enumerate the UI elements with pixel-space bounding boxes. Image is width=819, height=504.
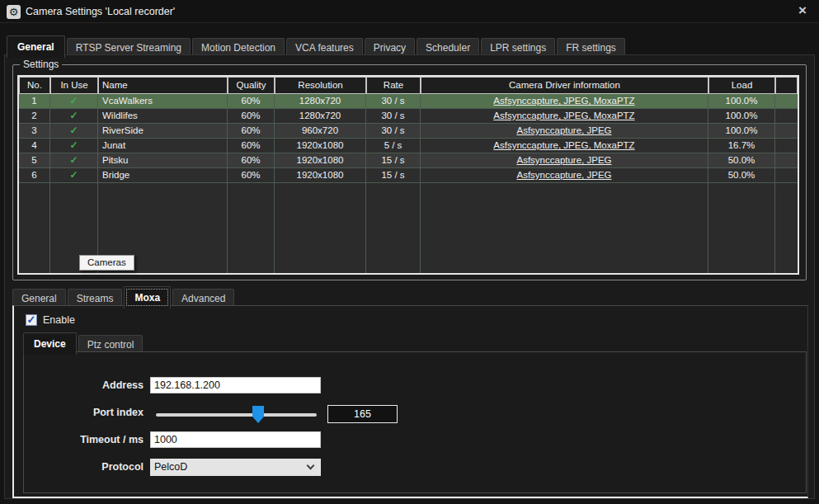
cell-load: 100.0% [708, 124, 775, 139]
cell-spacer [775, 94, 798, 109]
col-header-quality[interactable]: Quality [228, 77, 275, 94]
cell-no: 6 [19, 168, 50, 183]
grid-filler [775, 183, 798, 275]
cell-spacer [775, 109, 798, 124]
cell-name: RiverSide [98, 124, 228, 139]
cell-rate: 5 / s [366, 139, 421, 153]
cell-quality: 60% [228, 153, 275, 168]
port-index-value: 165 [327, 405, 398, 423]
cell-name: Junat [98, 139, 228, 153]
cell-no: 1 [19, 94, 50, 109]
cell-name: Wildlifes [98, 109, 228, 124]
driver-info-link[interactable]: Asfsynccapture, JPEG [516, 155, 611, 165]
driver-info-link[interactable]: Asfsynccapture, JPEG, MoxaPTZ [493, 111, 634, 120]
enable-label: Enable [43, 314, 75, 326]
port-index-slider-track[interactable] [156, 413, 317, 417]
cell-quality: 60% [228, 109, 275, 124]
cell-no: 4 [19, 139, 50, 153]
timeout-input[interactable] [150, 431, 321, 448]
in-use-check-icon: ✓ [69, 154, 78, 166]
cell-quality: 60% [228, 168, 275, 183]
cell-load: 100.0% [708, 94, 775, 109]
col-header-resolution[interactable]: Resolution [275, 77, 366, 94]
grid-filler [228, 183, 275, 275]
grid-filler [19, 183, 50, 275]
cameras-tooltip: Cameras [79, 255, 134, 271]
cell-load: 50.0% [708, 153, 775, 168]
close-icon[interactable]: × [795, 3, 810, 18]
cell-resolution: 1920x1080 [275, 139, 366, 153]
camera-table[interactable]: No. In Use Name Quality Resolution Rate … [17, 75, 799, 275]
cell-rate: 15 / s [366, 153, 421, 168]
enable-row: ✓ Enable [26, 314, 75, 326]
cell-spacer [775, 139, 798, 153]
chevron-down-icon [307, 462, 315, 470]
col-header-load[interactable]: Load [708, 77, 775, 94]
cell-load: 16.7% [708, 139, 775, 153]
enable-checkbox[interactable]: ✓ [26, 314, 37, 326]
tab-moxa[interactable]: Moxa [124, 286, 171, 309]
grid-filler [708, 183, 775, 275]
camera-settings-window: ⚙ Camera Settings 'Local recorder' × Gen… [0, 0, 819, 504]
timeout-label: Timeout / ms [24, 434, 144, 445]
in-use-check-icon: ✓ [69, 125, 78, 136]
cell-rate: 30 / s [366, 124, 421, 139]
general-tab-page: Settings No. In Use Name Quality Resolut… [4, 54, 815, 499]
cell-spacer [775, 124, 798, 139]
settings-group-label: Settings [20, 59, 62, 70]
cell-rate: 30 / s [366, 94, 421, 109]
col-header-name[interactable]: Name [98, 77, 228, 94]
cell-name: Bridge [98, 168, 228, 183]
col-header-spacer [775, 77, 798, 94]
cell-resolution: 1280x720 [275, 109, 366, 124]
cell-rate: 15 / s [366, 168, 421, 183]
in-use-check-icon: ✓ [69, 139, 78, 151]
cell-resolution: 1280x720 [275, 94, 366, 109]
driver-info-link[interactable]: Asfsynccapture, JPEG [516, 125, 611, 135]
col-header-in-use[interactable]: In Use [50, 77, 98, 94]
cell-quality: 60% [228, 124, 275, 139]
grid-filler [275, 183, 366, 275]
in-use-check-icon: ✓ [69, 95, 78, 106]
cell-spacer [775, 168, 798, 183]
driver-info-link[interactable]: Asfsynccapture, JPEG, MoxaPTZ [493, 96, 634, 106]
cell-no: 5 [19, 153, 50, 168]
cell-quality: 60% [228, 139, 275, 153]
grid-filler [421, 183, 708, 275]
cell-spacer [775, 153, 798, 168]
grid-filler [366, 183, 421, 275]
protocol-selected-value: PelcoD [154, 461, 187, 473]
protocol-dropdown[interactable]: PelcoD [150, 459, 321, 476]
col-header-no[interactable]: No. [19, 77, 50, 94]
driver-info-link[interactable]: Asfsynccapture, JPEG, MoxaPTZ [493, 140, 634, 150]
tab-general[interactable]: General [7, 35, 65, 58]
driver-info-link[interactable]: Asfsynccapture, JPEG [516, 170, 611, 180]
window-title: Camera Settings 'Local recorder' [26, 6, 175, 17]
col-header-driver[interactable]: Camera Driver information [421, 77, 708, 94]
cell-quality: 60% [228, 94, 275, 109]
device-panel: Address Port index 165 Timeout / ms Prot… [23, 351, 807, 493]
in-use-check-icon: ✓ [69, 110, 78, 121]
moxa-panel: ✓ Enable Device Ptz control Address Port… [12, 305, 808, 498]
cell-no: 3 [19, 124, 50, 139]
cell-no: 2 [19, 109, 50, 124]
cell-resolution: 1920x1080 [275, 168, 366, 183]
port-index-label: Port index [24, 407, 144, 418]
cell-load: 100.0% [708, 109, 775, 124]
col-header-rate[interactable]: Rate [366, 77, 421, 94]
in-use-check-icon: ✓ [69, 169, 78, 181]
cell-resolution: 960x720 [275, 124, 366, 139]
address-input[interactable] [150, 377, 321, 393]
cell-name: Pitsku [98, 153, 228, 168]
cell-load: 50.0% [708, 168, 775, 183]
port-index-slider-thumb[interactable] [252, 406, 264, 423]
gear-icon: ⚙ [7, 5, 21, 19]
title-bar: ⚙ Camera Settings 'Local recorder' × [0, 0, 819, 23]
cell-resolution: 1920x1080 [275, 153, 366, 168]
cell-name: VcaWalkers [98, 94, 228, 109]
protocol-label: Protocol [24, 461, 144, 473]
tab-device[interactable]: Device [23, 332, 77, 355]
cell-rate: 30 / s [366, 109, 421, 124]
address-label: Address [24, 379, 144, 391]
camera-grid: No. In Use Name Quality Resolution Rate … [19, 77, 798, 273]
